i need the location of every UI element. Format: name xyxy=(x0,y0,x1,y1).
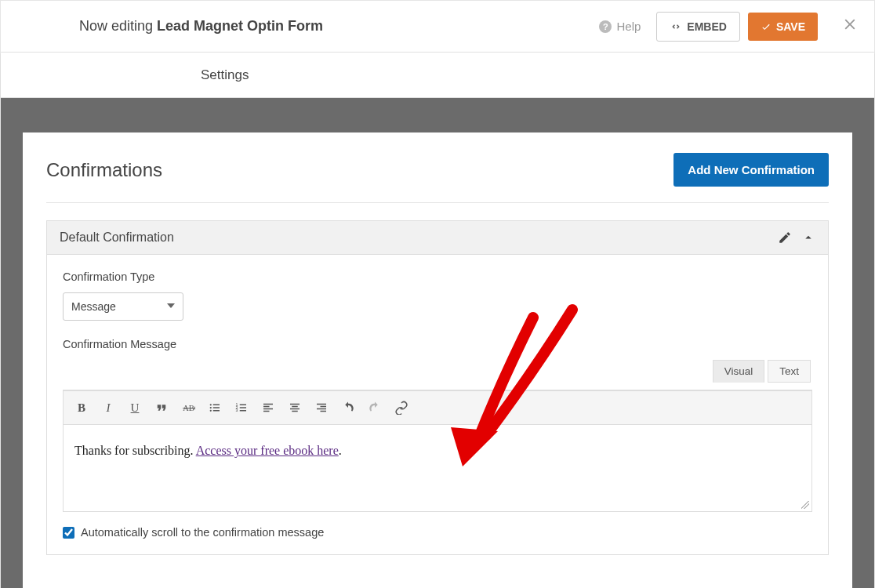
accordion-header[interactable]: Default Confirmation xyxy=(47,221,828,255)
undo-button[interactable] xyxy=(336,396,360,419)
svg-rect-17 xyxy=(290,404,300,405)
svg-rect-13 xyxy=(263,404,273,405)
tab-row: Settings xyxy=(1,53,874,98)
edit-icon[interactable] xyxy=(778,230,792,245)
code-icon xyxy=(670,20,682,33)
check-icon xyxy=(761,21,772,32)
add-confirmation-button[interactable]: Add New Confirmation xyxy=(673,153,829,187)
editor: B I U ABC 123 xyxy=(63,390,812,512)
panel-header: Confirmations Add New Confirmation xyxy=(46,153,829,203)
close-button[interactable] xyxy=(841,14,859,38)
svg-point-5 xyxy=(210,410,212,412)
underline-button[interactable]: U xyxy=(123,396,147,419)
bullet-list-button[interactable] xyxy=(203,396,227,419)
bold-button[interactable]: B xyxy=(70,396,93,419)
editor-tabs: Visual Text xyxy=(63,360,812,383)
confirmation-type-label: Confirmation Type xyxy=(63,270,812,283)
svg-rect-23 xyxy=(317,408,326,410)
embed-button[interactable]: EMBED xyxy=(656,12,740,42)
editor-toolbar: B I U ABC 123 xyxy=(64,390,811,425)
embed-label: EMBED xyxy=(687,20,727,33)
svg-rect-21 xyxy=(317,404,326,405)
auto-scroll-label: Automatically scroll to the confirmation… xyxy=(81,526,324,539)
svg-rect-12 xyxy=(240,410,246,412)
top-bar: Now editing Lead Magnet Optin Form ? Hel… xyxy=(1,1,874,53)
help-icon: ? xyxy=(599,20,612,33)
editor-content[interactable]: Thanks for subscribing. Access your free… xyxy=(64,425,811,511)
save-button[interactable]: SAVE xyxy=(748,13,818,41)
editor-tab-text[interactable]: Text xyxy=(768,360,811,383)
svg-rect-10 xyxy=(240,407,246,408)
editor-tab-visual[interactable]: Visual xyxy=(713,360,765,383)
message-text-prefix: Thanks for subscribing. xyxy=(74,444,196,457)
settings-panel: Confirmations Add New Confirmation Defau… xyxy=(23,132,852,588)
form-name: Lead Magnet Optin Form xyxy=(157,18,323,34)
confirmation-type-select-wrap: Message xyxy=(63,292,183,321)
resize-handle[interactable] xyxy=(799,499,810,510)
align-left-button[interactable] xyxy=(256,396,280,419)
auto-scroll-checkbox[interactable] xyxy=(63,527,74,539)
confirmation-message-label: Confirmation Message xyxy=(63,338,812,350)
editing-title: Now editing Lead Magnet Optin Form xyxy=(79,18,599,34)
panel-title: Confirmations xyxy=(46,159,162,181)
svg-rect-16 xyxy=(263,411,270,412)
auto-scroll-row[interactable]: Automatically scroll to the confirmation… xyxy=(63,526,812,539)
svg-text:3: 3 xyxy=(236,408,238,412)
svg-rect-4 xyxy=(213,407,220,408)
message-link[interactable]: Access your free ebook here xyxy=(196,444,339,457)
content-backdrop: Confirmations Add New Confirmation Defau… xyxy=(1,98,874,588)
svg-rect-22 xyxy=(321,406,327,408)
help-link[interactable]: ? Help xyxy=(599,20,641,33)
close-icon xyxy=(841,16,859,33)
svg-rect-18 xyxy=(292,406,298,408)
svg-rect-6 xyxy=(213,410,220,412)
align-center-button[interactable] xyxy=(283,396,307,419)
svg-rect-19 xyxy=(290,408,300,410)
help-label: Help xyxy=(616,20,641,33)
message-text-suffix: . xyxy=(339,444,342,457)
svg-rect-15 xyxy=(263,408,273,410)
strikethrough-button[interactable]: ABC xyxy=(176,396,200,419)
confirmation-type-select[interactable]: Message xyxy=(63,292,183,321)
italic-button[interactable]: I xyxy=(96,396,120,419)
svg-rect-14 xyxy=(263,406,270,408)
svg-point-1 xyxy=(210,404,212,405)
accordion-body: Confirmation Type Message Confirmation M… xyxy=(47,255,828,554)
svg-text:ABC: ABC xyxy=(183,404,195,412)
blockquote-button[interactable] xyxy=(150,396,173,419)
editing-prefix: Now editing xyxy=(79,18,157,34)
confirmation-name: Default Confirmation xyxy=(60,230,768,245)
confirmation-accordion: Default Confirmation Confirmation Type M… xyxy=(46,220,829,555)
svg-rect-2 xyxy=(213,405,220,406)
redo-button[interactable] xyxy=(363,396,387,419)
link-button[interactable] xyxy=(390,396,413,419)
svg-rect-8 xyxy=(240,405,246,406)
svg-rect-20 xyxy=(292,411,298,412)
chevron-up-icon[interactable] xyxy=(801,230,815,245)
tab-settings[interactable]: Settings xyxy=(201,67,249,83)
numbered-list-button[interactable]: 123 xyxy=(230,396,253,419)
align-right-button[interactable] xyxy=(310,396,333,419)
svg-point-3 xyxy=(210,407,212,408)
save-label: SAVE xyxy=(776,20,805,33)
svg-rect-24 xyxy=(321,411,327,412)
